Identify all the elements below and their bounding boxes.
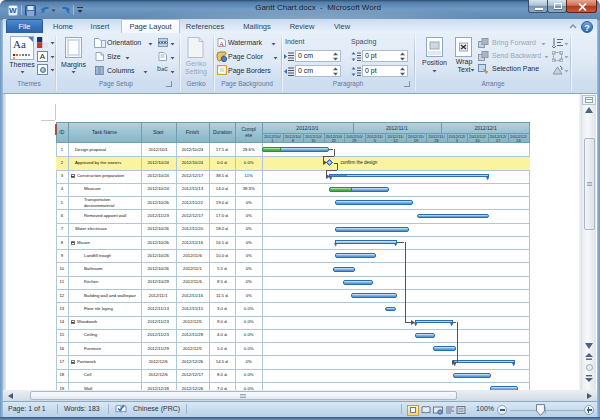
- svg-text:A: A: [219, 40, 224, 48]
